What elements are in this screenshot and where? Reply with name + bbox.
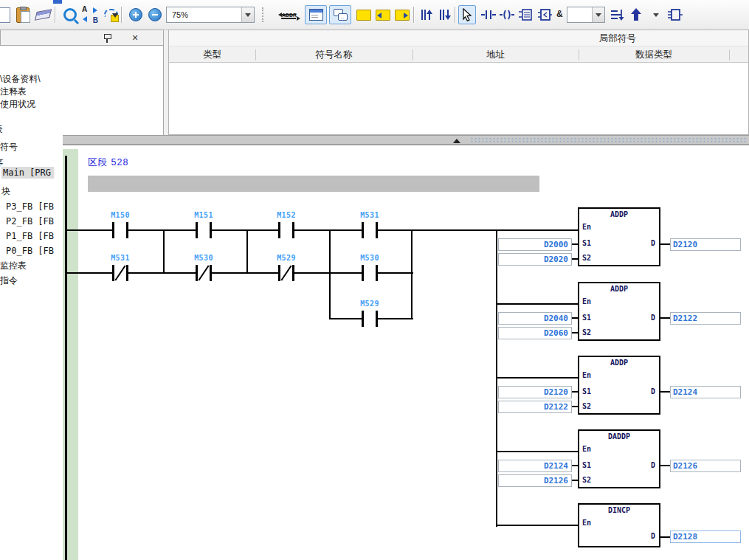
no-contact-M151[interactable] [196,221,212,239]
next-bookmark-icon[interactable] [393,5,411,24]
function-block-daddp[interactable]: DADDP En S1 S2 D [578,429,660,488]
no-contact-M150[interactable] [112,221,128,239]
column-header-type[interactable]: 类型 [169,49,255,61]
wire [496,451,578,452]
tree-item-block[interactable]: 块 [1,186,10,196]
tree-item-comment-table[interactable]: 注释表 [0,86,27,97]
network-block-icon[interactable] [666,5,685,24]
selection-tool-icon[interactable] [458,5,476,24]
no-contact-M529[interactable] [362,310,378,328]
symbol-table-view-icon[interactable] [305,5,327,24]
local-symbol-table: 局部符号 类型 符号名称 地址 数据类型 [168,30,749,135]
applied-instruction-icon[interactable] [517,5,534,24]
operand-s2[interactable]: D2126 [498,474,572,487]
pin-en: En [582,223,591,231]
operand-s1[interactable]: D2120 [498,386,572,398]
tree-item-p2-fb[interactable]: P2_FB [FB [6,216,54,227]
tree-item-p3-fb[interactable]: P3_FB [FB [6,201,54,212]
no-contact-M152[interactable] [278,221,294,239]
clipped-document-icon[interactable] [0,5,13,24]
function-block-dincp[interactable]: DINCP En D [578,503,660,547]
zoom-in-icon[interactable] [126,5,145,24]
wire [660,465,670,466]
column-separator[interactable] [579,49,579,61]
tree-item-instructions[interactable]: 指令 [0,275,18,286]
operand-s2[interactable]: D2122 [498,401,572,413]
instruction-combobox[interactable] [567,7,605,23]
operand-s1[interactable]: D2000 [498,238,572,251]
block-title: DADDP [579,432,659,440]
compare-instruction-icon[interactable] [608,5,626,24]
output-coil-icon[interactable] [499,5,515,24]
pin-en: En [582,371,591,379]
goto-icon[interactable] [102,5,121,24]
address-mode-icon[interactable]: ADDR [277,5,301,24]
zoom-level-value: 75% [167,10,241,19]
jump-dropdown-arrow[interactable] [649,5,663,24]
tree-item-p0-fb[interactable]: P0_FB [FB [6,246,54,256]
operand-d-selected[interactable]: D2128 [670,530,741,543]
instruction-dropdown-arrow[interactable] [592,7,604,22]
tree-item-monitor-table[interactable]: 监控表 [0,260,27,271]
column-separator[interactable] [255,49,256,61]
column-header-address[interactable]: 地址 [413,49,579,61]
tree-item-fragment-1[interactable]: 表 [0,124,3,134]
collapse-panel-button[interactable] [449,137,465,144]
nc-contact-M530[interactable] [196,264,212,282]
column-separator[interactable] [729,49,730,61]
tree-item-device-data[interactable]: \设备资料\ [0,74,41,84]
pin-d: D [651,314,655,322]
tree-item-usage-status[interactable]: 使用状况 [0,99,35,109]
operand-s1[interactable]: D2040 [498,312,572,325]
toolbar-separator [455,7,456,23]
clipped-icon-fragment [53,0,62,4]
column-header-datatype[interactable]: 数据类型 [579,49,729,61]
operand-d[interactable]: D2120 [670,238,741,251]
eraser-icon[interactable] [33,5,52,24]
no-contact-M530[interactable] [362,264,378,282]
zoom-out-icon[interactable] [145,5,165,24]
zoom-dropdown-arrow[interactable] [241,7,254,22]
tree-item-p1-fb[interactable]: P1_FB [FB [6,231,54,241]
column-header-name[interactable]: 符号名称 [255,49,413,61]
operand-d[interactable]: D2122 [670,312,741,325]
operand-d[interactable]: D2126 [670,460,741,472]
function-block-addp-1[interactable]: ADDP En S1 S2 D [578,207,660,266]
tree-item-symbols[interactable]: 符号 [0,142,18,152]
jump-up-icon[interactable] [627,5,645,24]
nc-contact-M529[interactable] [278,264,294,282]
block-title: DINCP [579,506,659,514]
operand-d[interactable]: D2124 [670,386,741,398]
pin-en: En [582,297,591,305]
tree-item-main-prg[interactable]: Main [PRG [1,167,54,179]
comments-view-icon[interactable]: ‥ [329,5,351,24]
previous-bookmark-icon[interactable] [374,5,392,24]
insert-row-below-icon[interactable] [435,5,455,24]
operand-s1[interactable]: D2124 [498,460,572,472]
normally-open-contact-icon[interactable] [480,5,497,24]
network-section-label[interactable]: 区段 528 [88,156,128,169]
find-replace-icon[interactable]: A B [80,5,100,24]
pin-en: En [582,445,591,453]
nc-contact-M531[interactable] [112,264,128,282]
network-comment-bar[interactable] [88,176,539,192]
pin-s1: S1 [582,387,591,395]
bookmark-icon[interactable] [355,5,373,24]
no-contact-M531[interactable] [362,221,378,239]
function-block-addp-2[interactable]: ADDP En S1 S2 D [578,282,660,341]
search-icon[interactable] [61,5,80,24]
ladder-editor[interactable]: 区段 528 M150 M151 M152 M531 M531 M530 M52… [63,145,749,560]
zoom-level-combobox[interactable]: 75% [166,7,255,23]
contact-label: M152 [264,211,308,219]
operand-s2[interactable]: D2020 [498,253,572,266]
column-separator[interactable] [413,49,413,61]
close-icon[interactable]: × [132,32,138,44]
pin-icon[interactable] [103,33,111,44]
paste-icon[interactable] [13,5,32,24]
horizontal-splitter[interactable] [63,135,749,145]
function-block-icon[interactable] [536,5,553,24]
wire [572,391,578,393]
insert-row-above-icon[interactable] [417,5,436,24]
function-block-addp-3[interactable]: ADDP En S1 S2 D [578,356,660,415]
operand-s2[interactable]: D2060 [498,327,572,339]
